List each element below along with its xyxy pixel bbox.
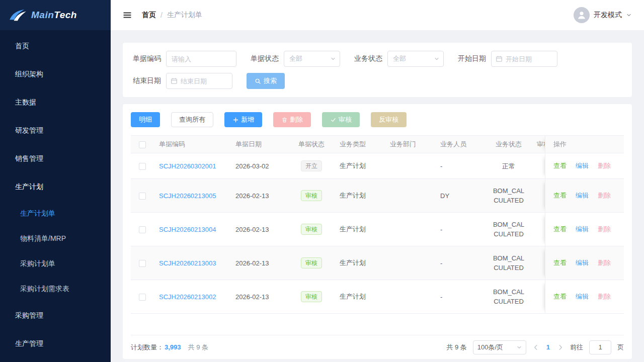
search-button[interactable]: 搜索: [247, 73, 285, 89]
delete-link[interactable]: 删除: [598, 192, 611, 199]
delete-link[interactable]: 删除: [598, 162, 611, 169]
table-row: SCJH202602130022026-02-13审核生产计划-BOM_CALC…: [131, 280, 624, 314]
view-link[interactable]: 查看: [553, 293, 567, 300]
sidebar-item-label: 主数据: [15, 98, 36, 107]
edit-link[interactable]: 编辑: [576, 225, 589, 233]
add-button[interactable]: 新增: [224, 112, 262, 127]
filter-start-date: 开始日期: [458, 51, 557, 67]
doc-code-link[interactable]: SCJH20260213005: [159, 192, 216, 200]
sidebar-item[interactable]: 销售管理: [0, 145, 111, 173]
doc-status-cell: 审核: [288, 280, 335, 314]
row-checkbox[interactable]: [139, 163, 146, 170]
doc-code-cell: SCJH20260213002: [154, 280, 230, 314]
next-page-icon[interactable]: [557, 344, 564, 351]
menu-toggle-icon[interactable]: [123, 11, 132, 20]
view-link[interactable]: 查看: [553, 192, 567, 199]
biz-person-cell: -: [435, 153, 486, 179]
sidebar-item-label: 组织架构: [15, 70, 43, 79]
row-checkbox[interactable]: [139, 226, 146, 233]
query-all-button[interactable]: 查询所有: [171, 112, 213, 127]
total-count-left: 共 9 条: [188, 343, 208, 352]
doc-code-label: 单据编码: [133, 54, 161, 63]
sidebar-item[interactable]: 主数据: [0, 88, 111, 117]
delete-button[interactable]: 删除: [273, 112, 311, 127]
view-link[interactable]: 查看: [553, 259, 567, 266]
delete-link[interactable]: 删除: [598, 225, 611, 233]
table-row: SCJH202602130052026-02-13审核生产计划DYBOM_CAL…: [131, 179, 624, 213]
biz-dept-cell: [385, 179, 435, 213]
biz-person-cell: DY: [435, 179, 486, 213]
table-body: SCJH202603020012026-03-02开立生产计划-正常查看编辑删除…: [131, 153, 624, 314]
sidebar: MainTech 首页组织架构主数据研发管理销售管理生产计划生产计划单物料清单/…: [0, 0, 111, 362]
delete-link[interactable]: 删除: [598, 259, 611, 266]
sidebar-subitem[interactable]: 生产计划单: [0, 201, 111, 226]
table-row: SCJH202602130042026-02-13审核生产计划-BOM_CALC…: [131, 213, 624, 246]
sidebar-item[interactable]: 生产管理: [0, 330, 111, 358]
column-header: 单据状态: [288, 136, 335, 153]
page-number[interactable]: 1: [545, 343, 551, 351]
sidebar-item[interactable]: 研发管理: [0, 117, 111, 145]
doc-code-link[interactable]: SCJH20260213004: [159, 226, 216, 233]
biz-status-select[interactable]: 全部: [387, 51, 444, 67]
row-checkbox[interactable]: [139, 193, 146, 200]
logo-text: MainTech: [31, 10, 77, 21]
row-checkbox-cell: [131, 213, 154, 246]
avatar[interactable]: [574, 7, 590, 23]
sidebar-item[interactable]: 生产计划: [0, 173, 111, 201]
user-menu[interactable]: 开发模式: [574, 7, 632, 23]
biz-dept-cell: [385, 213, 435, 246]
column-header-actions: 操作: [545, 136, 624, 153]
edit-link[interactable]: 编辑: [576, 293, 589, 300]
sidebar-item[interactable]: 首页: [0, 32, 111, 60]
view-link[interactable]: 查看: [553, 225, 567, 233]
start-date-picker[interactable]: [491, 51, 557, 67]
doc-status-select[interactable]: 全部: [284, 51, 340, 67]
doc-code-link[interactable]: SCJH20260213002: [159, 293, 216, 301]
edit-link[interactable]: 编辑: [576, 259, 589, 266]
biz-type-cell: 生产计划: [335, 153, 385, 179]
table-panel: 明细 查询所有 新增 删除 审核 反审核 单据编码单据日期单据状态业务类型: [123, 104, 632, 359]
prev-page-icon[interactable]: [532, 344, 539, 351]
unaudit-button[interactable]: 反审核: [371, 112, 407, 127]
end-date-picker[interactable]: [166, 73, 232, 89]
page-size-select[interactable]: 100条/页: [473, 340, 526, 354]
sidebar-subitem[interactable]: 采购计划单: [0, 251, 111, 277]
view-link[interactable]: 查看: [553, 162, 567, 169]
goto-page-input[interactable]: [589, 340, 611, 354]
chevron-down-icon: [330, 56, 336, 62]
breadcrumb-current: 生产计划单: [167, 11, 202, 20]
sidebar-item-label: 首页: [15, 42, 29, 51]
doc-status-label: 单据状态: [251, 54, 279, 63]
doc-code-link[interactable]: SCJH20260302001: [159, 162, 216, 170]
row-checkbox[interactable]: [139, 260, 146, 267]
sidebar-item-label: 销售管理: [15, 154, 43, 163]
start-date-input[interactable]: [506, 55, 553, 63]
detail-button[interactable]: 明细: [131, 112, 160, 127]
row-checkbox-cell: [131, 179, 154, 213]
select-all-checkbox[interactable]: [139, 141, 146, 148]
biz-type-cell: 生产计划: [335, 213, 385, 246]
doc-code-link[interactable]: SCJH20260213003: [159, 259, 216, 267]
table-row: SCJH202602130032026-02-13审核生产计划-BOM_CALC…: [131, 246, 624, 280]
sidebar-subitem[interactable]: 物料清单/MRP: [0, 226, 111, 251]
row-actions-cell: 查看编辑删除: [545, 153, 624, 179]
biz-type-cell: 生产计划: [335, 179, 385, 213]
row-checkbox-cell: [131, 153, 154, 179]
data-table: 单据编码单据日期单据状态业务类型业务部门业务人员业务状态审核操作 SCJH202…: [131, 135, 624, 335]
audit-button[interactable]: 审核: [322, 112, 360, 127]
edit-link[interactable]: 编辑: [576, 192, 589, 199]
end-date-input[interactable]: [181, 77, 228, 85]
breadcrumb-home[interactable]: 首页: [142, 11, 156, 20]
doc-code-input[interactable]: [172, 55, 231, 63]
row-checkbox[interactable]: [139, 294, 146, 301]
biz-person-cell: -: [435, 280, 486, 314]
filter-biz-status: 业务状态 全部: [354, 51, 444, 67]
sidebar-item[interactable]: 组织架构: [0, 60, 111, 88]
sidebar-item[interactable]: 采购管理: [0, 302, 111, 330]
delete-link[interactable]: 删除: [598, 293, 611, 300]
biz-status-label: 业务状态: [354, 54, 382, 63]
edit-link[interactable]: 编辑: [576, 162, 589, 169]
sidebar-subitem[interactable]: 采购计划需求表: [0, 277, 111, 302]
breadcrumb-separator: /: [160, 11, 163, 19]
biz-status-cell: 正常: [486, 153, 532, 179]
